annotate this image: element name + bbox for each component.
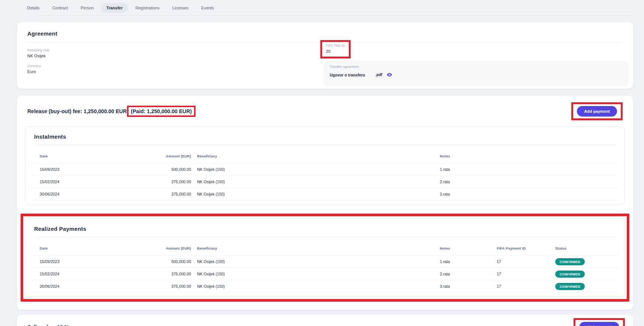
tab-list: Details Contract Person Transfer Registr… [22, 3, 644, 13]
realized-payments-table: Date Amount (EUR) Beneficiary Notes FIFA… [31, 246, 619, 293]
column-header-amount: Amount (EUR) [142, 246, 194, 256]
column-header-beneficiary: Beneficiary [194, 246, 437, 256]
cell-amount: 375,000.00 [142, 268, 194, 280]
release-fee-header: Release (buy-out) fee: 1,250,000.00 EUR … [25, 102, 625, 120]
release-fee-text: Release (buy-out) fee: 1,250,000.00 EUR [27, 108, 127, 114]
table-row: 15/09/2023 500,000.00 NK Osijek (150) 1.… [31, 256, 619, 268]
column-header-date: Date [31, 154, 142, 163]
status-badge: CONFIRMED [555, 258, 585, 265]
annotation-box-add-payment-bottom: Add payment [574, 318, 625, 326]
tab-details[interactable]: Details [22, 3, 45, 13]
cell-date: 15/09/2023 [31, 256, 142, 268]
realized-payments-title: Realized Payments [34, 226, 619, 232]
column-header-fifa-payment-id: FIFA Payment ID [494, 246, 552, 256]
cell-amount: 500,000.00 [142, 163, 194, 176]
tabbar-divider [39, 15, 633, 16]
instalments-section: Instalments Date Amount (EUR) Beneficiar… [25, 126, 625, 205]
cell-date: 15/09/2023 [31, 163, 142, 176]
cell-amount: 375,000.00 [142, 188, 194, 200]
column-header-amount: Amount (EUR) [142, 154, 194, 163]
column-header-notes: Notes [437, 246, 494, 256]
tab-bar: Details Contract Person Transfer Registr… [0, 0, 644, 16]
cell-fifa-payment-id: 17 [494, 268, 552, 280]
cell-amount: 500,000.00 [142, 256, 194, 268]
tab-licenses[interactable]: Licenses [167, 3, 194, 13]
cell-date: 26/06/2024 [31, 280, 142, 293]
instalments-title: Instalments [34, 133, 619, 140]
realized-payments-divider [34, 237, 616, 237]
transfer-agreement-box: Transfer agreement Ugovor o transferu .p… [323, 61, 628, 86]
table-row: 15/02/2024 375,000.00 NK Osijek (150) 2.… [31, 268, 619, 280]
cell-notes: 2.rata [437, 268, 494, 280]
annotation-box-realized-payments: Realized Payments Date Amount (EUR) Bene… [21, 214, 629, 302]
paid-amount-text: (Paid: 1,250,000.00 EUR) [131, 108, 192, 114]
status-badge: CONFIRMED [555, 271, 585, 278]
cell-fifa-payment-id: 17 [494, 256, 552, 268]
release-fee-title: Release (buy-out) fee: 1,250,000.00 EUR … [27, 106, 196, 117]
table-row: 15/02/2024 375,000.00 NK Osijek (150) 2.… [31, 176, 619, 188]
cell-amount: 375,000.00 [142, 176, 194, 188]
sell-on-fee-card: Sell-on fee: 10 % Add payment [17, 315, 633, 326]
cell-amount: 375,000.00 [142, 280, 194, 293]
column-header-beneficiary: Beneficiary [194, 154, 437, 163]
cell-beneficiary: NK Osijek (150) [194, 268, 437, 280]
tab-registrations[interactable]: Registrations [130, 3, 164, 13]
column-header-status: Status [552, 246, 619, 256]
cell-status: CONFIRMED [552, 280, 619, 293]
cell-notes: 3.rata [437, 188, 619, 200]
tab-contract[interactable]: Contract [47, 3, 73, 13]
cell-fifa-payment-id: 17 [494, 280, 552, 293]
cell-date: 15/02/2024 [31, 176, 142, 188]
cell-date: 15/02/2024 [31, 268, 142, 280]
cell-beneficiary: NK Osijek (150) [194, 176, 437, 188]
agreement-title: Agreement [27, 30, 623, 37]
agreement-card: Agreement Releasing club NK Osijek Curre… [17, 22, 633, 89]
cell-status: CONFIRMED [552, 268, 619, 280]
cell-beneficiary: NK Osijek (150) [194, 188, 437, 200]
table-row: 26/06/2024 375,000.00 NK Osijek (150) 3.… [31, 280, 619, 293]
sell-on-fee-title: Sell-on fee: 10 % [27, 324, 69, 326]
cell-notes: 2.rata [437, 176, 619, 188]
cell-status: CONFIRMED [552, 256, 619, 268]
annotation-box-paid-amount: (Paid: 1,250,000.00 EUR) [127, 106, 196, 117]
add-payment-button-sell-on[interactable]: Add payment [579, 322, 619, 326]
cell-notes: 1.rata [437, 163, 619, 176]
tab-transfer[interactable]: Transfer [101, 3, 128, 13]
fifa-tms-id-value: 20 [326, 49, 345, 54]
fifa-tms-id-label: FIFA TMS ID [326, 44, 345, 48]
eye-icon [387, 72, 392, 78]
tab-events[interactable]: Events [196, 3, 219, 13]
column-header-date: Date [31, 246, 142, 256]
release-fee-card: Release (buy-out) fee: 1,250,000.00 EUR … [17, 96, 633, 310]
instalments-header-row: Date Amount (EUR) Beneficiary Notes [31, 154, 619, 163]
instalments-table: Date Amount (EUR) Beneficiary Notes 15/0… [31, 154, 619, 200]
cell-notes: 1.rata [437, 256, 494, 268]
transfer-agreement-file-row: Ugovor o transferu .pdf [330, 72, 622, 78]
file-name: Ugovor o transferu [330, 73, 375, 77]
tab-person[interactable]: Person [75, 3, 99, 13]
cell-beneficiary: NK Osijek (150) [194, 256, 437, 268]
cell-notes: 3.rata [437, 280, 494, 293]
realized-payments-header-row: Date Amount (EUR) Beneficiary Notes FIFA… [31, 246, 619, 256]
file-extension: .pdf [375, 73, 382, 77]
add-payment-button-release-fee[interactable]: Add payment [577, 106, 617, 117]
view-file-button[interactable] [387, 72, 392, 78]
cell-beneficiary: NK Osijek (150) [194, 163, 437, 176]
annotation-box-add-payment-top: Add payment [571, 102, 623, 120]
table-row: 15/09/2023 500,000.00 NK Osijek (150) 1.… [31, 163, 619, 176]
transfer-agreement-label: Transfer agreement [330, 65, 622, 69]
annotation-box-fifa-tms-id: FIFA TMS ID 20 [320, 40, 351, 58]
instalments-divider [34, 145, 616, 145]
realized-payments-section: Realized Payments Date Amount (EUR) Bene… [25, 218, 625, 297]
cell-date: 30/06/2024 [31, 188, 142, 200]
column-header-notes: Notes [437, 154, 619, 163]
status-badge: CONFIRMED [555, 283, 585, 290]
cell-beneficiary: NK Osijek (150) [194, 280, 437, 293]
table-row: 30/06/2024 375,000.00 NK Osijek (150) 3.… [31, 188, 619, 200]
